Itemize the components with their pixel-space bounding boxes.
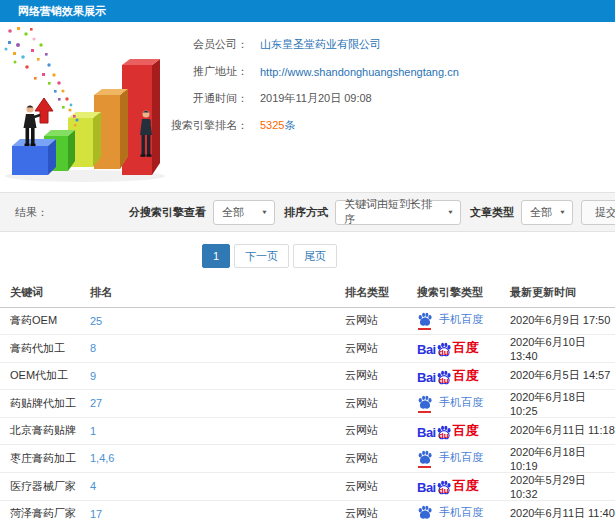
rank-cell: 17: [90, 500, 345, 520]
company-row: 会员公司： 山东皇圣堂药业有限公司: [160, 31, 615, 58]
promo-url-label: 推广地址：: [160, 64, 248, 79]
engine-rank-unit: 条: [284, 119, 295, 131]
keyword-cell: 北京膏药贴牌: [0, 417, 90, 444]
engine-type-cell: 手机百度: [417, 389, 510, 417]
updated-cell: 2020年6月18日 10:25: [510, 389, 615, 417]
rank-cell: 25: [90, 307, 345, 334]
pagination-row: 1 下一页 尾页: [0, 232, 615, 279]
opened-time-label: 开通时间：: [160, 91, 248, 106]
baidu-paw-icon: du: [436, 370, 452, 385]
rank-link[interactable]: 1: [90, 425, 96, 437]
baidu-logo-cn: 百度: [453, 367, 479, 385]
member-fields: 会员公司： 山东皇圣堂药业有限公司 推广地址： http://www.shand…: [160, 31, 615, 139]
rank-type-cell: 云网站: [345, 307, 417, 334]
updated-cell: 2020年6月9日 17:50: [510, 307, 615, 334]
baidu-logo-text: Bai: [417, 480, 436, 495]
baidu-logo-cn: 百度: [453, 422, 479, 440]
engine-view-select[interactable]: 全部 ▼: [213, 200, 275, 225]
submit-button[interactable]: 提交: [581, 200, 615, 225]
baidu-pc-logo: Bai du 百度: [417, 367, 479, 385]
company-label: 会员公司：: [160, 37, 248, 52]
mobile-baidu-logo: 手机百度: [417, 312, 483, 327]
col-rank-type: 排名类型: [345, 279, 417, 307]
promo-url-row: 推广地址： http://www.shandonghuangshengtang.…: [160, 58, 615, 85]
keyword-cell: 医疗器械厂家: [0, 472, 90, 500]
engine-rank-count: 5325: [260, 119, 284, 131]
keyword-cell: 膏药OEM: [0, 307, 90, 334]
engine-type-cell: Bai du 百度: [417, 362, 510, 389]
rank-cell: 1: [90, 417, 345, 444]
table-row: OEM代加工9云网站 Bai du 百度2020年6月5日 14:57: [0, 362, 615, 389]
rank-link[interactable]: 4: [90, 480, 96, 492]
updated-cell: 2020年5月29日 10:32: [510, 472, 615, 500]
engine-type-cell: Bai du 百度: [417, 472, 510, 500]
col-rank: 排名: [90, 279, 345, 307]
opened-time-value: 2019年11月20日 09:08: [260, 91, 372, 106]
rank-link[interactable]: 25: [90, 315, 102, 327]
up-arrow: [35, 98, 53, 123]
keyword-cell: 药贴牌代加工: [0, 389, 90, 417]
page-next[interactable]: 下一页: [234, 244, 289, 268]
rank-type-cell: 云网站: [345, 334, 417, 362]
promo-url-link[interactable]: http://www.shandonghuangshengtang.cn: [260, 66, 459, 78]
rank-type-cell: 云网站: [345, 472, 417, 500]
baidu-logo-text: Bai: [417, 425, 436, 440]
keyword-cell: 菏泽膏药厂家: [0, 500, 90, 520]
rank-link[interactable]: 9: [90, 370, 96, 382]
chevron-down-icon: ▼: [559, 209, 566, 215]
engine-type-cell: Bai du 百度: [417, 417, 510, 444]
mobile-baidu-label: 手机百度: [439, 505, 483, 520]
table-row: 药贴牌代加工27云网站 手机百度2020年6月18日 10:25: [0, 389, 615, 417]
sort-select[interactable]: 关键词由短到长排序 ▼: [335, 200, 461, 225]
baidu-paw-icon: [417, 312, 433, 327]
rank-link[interactable]: 27: [90, 397, 102, 409]
table-row: 膏药OEM25云网站 手机百度2020年6月9日 17:50: [0, 307, 615, 334]
mobile-baidu-logo: 手机百度: [417, 450, 483, 465]
company-link[interactable]: 山东皇圣堂药业有限公司: [260, 37, 381, 52]
sort-label: 排序方式: [284, 205, 328, 220]
page-title: 网络营销效果展示: [0, 0, 615, 22]
table-row: 菏泽膏药厂家17云网站 手机百度2020年6月11日 11:40: [0, 500, 615, 520]
rank-type-cell: 云网站: [345, 417, 417, 444]
red-underline: [418, 466, 431, 468]
rank-type-cell: 云网站: [345, 362, 417, 389]
rank-cell: 4: [90, 472, 345, 500]
engine-view-label: 分搜索引擎查看: [129, 205, 206, 220]
col-updated: 最新更新时间: [510, 279, 615, 307]
updated-cell: 2020年6月5日 14:57: [510, 362, 615, 389]
rank-cell: 27: [90, 389, 345, 417]
col-keyword: 关键词: [0, 279, 90, 307]
baidu-paw-icon: [417, 505, 433, 520]
rank-link[interactable]: 17: [90, 508, 102, 520]
col-engine-type: 搜索引擎类型: [417, 279, 510, 307]
sort-value: 关键词由短到长排序: [344, 197, 441, 227]
engine-type-cell: Bai du 百度: [417, 334, 510, 362]
keyword-cell: OEM代加工: [0, 362, 90, 389]
engine-view-value: 全部: [222, 205, 244, 220]
engine-type-cell: 手机百度: [417, 307, 510, 334]
baidu-paw-icon: [417, 450, 433, 465]
keyword-cell: 枣庄膏药加工: [0, 444, 90, 472]
baidu-paw-icon: du: [436, 480, 452, 495]
results-table: 关键词 排名 排名类型 搜索引擎类型 最新更新时间 膏药OEM25云网站 手机百…: [0, 279, 615, 520]
engine-rank-row: 搜索引擎排名： 5325条: [160, 112, 615, 139]
table-row: 枣庄膏药加工1,4,6云网站 手机百度2020年6月18日 10:19: [0, 444, 615, 472]
opened-time-row: 开通时间： 2019年11月20日 09:08: [160, 85, 615, 112]
rank-type-cell: 云网站: [345, 444, 417, 472]
mobile-baidu-label: 手机百度: [439, 450, 483, 465]
table-header-row: 关键词 排名 排名类型 搜索引擎类型 最新更新时间: [0, 279, 615, 307]
baidu-logo-text: Bai: [417, 342, 436, 357]
page-current[interactable]: 1: [202, 244, 230, 268]
rank-link[interactable]: 8: [90, 342, 96, 354]
rank-link[interactable]: 1,4,6: [90, 452, 114, 464]
article-type-label: 文章类型: [470, 205, 514, 220]
engine-type-cell: 手机百度: [417, 500, 510, 520]
article-type-select[interactable]: 全部 ▼: [521, 200, 573, 225]
keyword-cell: 膏药代加工: [0, 334, 90, 362]
article-type-value: 全部: [530, 205, 552, 220]
baidu-paw-icon: du: [436, 425, 452, 440]
table-row: 北京膏药贴牌1云网站 Bai du 百度2020年6月11日 11:18: [0, 417, 615, 444]
page-last[interactable]: 尾页: [293, 244, 337, 268]
baidu-logo-cn: 百度: [453, 339, 479, 357]
engine-rank-value: 5325条: [260, 118, 295, 133]
